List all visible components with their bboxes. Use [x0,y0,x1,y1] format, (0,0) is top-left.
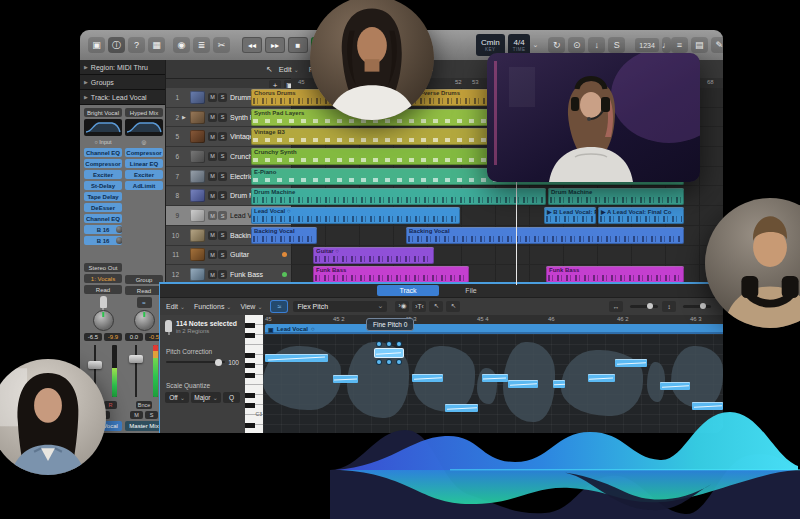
track-header-guitar[interactable]: 11MSGuitar [166,246,291,266]
inspector-icon[interactable]: ⓘ [108,37,125,53]
flex-pitch-note[interactable] [553,380,565,388]
piano-black-key[interactable] [245,333,255,338]
quick-help-icon[interactable]: ? [128,37,145,53]
solo-button[interactable]: S [218,132,227,141]
strip-button-r[interactable]: R [104,401,117,409]
flex-mode-select[interactable]: Flex Pitch ⌄ [293,301,387,312]
note-handles-top[interactable] [377,342,401,346]
send-knob[interactable] [116,237,122,244]
strip-button-s[interactable]: S [145,411,158,419]
flex-pitch-note[interactable] [412,374,443,382]
send-slot[interactable]: B 16 [84,225,122,234]
group-slot[interactable]: 1: Vocals [84,274,122,283]
fader-cap[interactable] [88,361,102,369]
note-handles-bottom[interactable] [377,360,401,364]
loop-browser-icon[interactable]: ✎ [711,37,723,53]
editor-menu-functions[interactable]: Functions ⌄ [194,303,231,310]
lcd-chevron-icon[interactable]: ⌄ [532,41,538,49]
flex-pitch-toggle-icon[interactable]: ›T‹ [412,301,426,312]
plugin-slot[interactable]: Channel EQ [84,214,122,223]
channel-fader[interactable] [125,343,163,399]
output-slot[interactable]: Stereo Out [84,263,122,272]
replace-icon[interactable]: ⊙ [568,37,585,53]
editor-region-header[interactable]: ▣ Lead Vocal ○ [265,324,723,334]
pan-knob[interactable] [134,310,155,331]
smart-controls-icon[interactable]: ◉ [173,37,190,53]
solo-button[interactable]: S [218,152,227,161]
catch-playhead-icon[interactable]: ›◉ [395,301,409,312]
piano-black-key[interactable] [245,363,255,368]
plugin-slot[interactable]: Tape Delay [84,192,122,201]
solo-button[interactable]: S [218,250,227,259]
secondary-tool-icon[interactable]: ↖ [446,301,460,312]
note-pads-icon[interactable]: ▤ [691,37,708,53]
library-icon[interactable]: ▣ [88,37,105,53]
plugin-slot[interactable]: Exciter [84,170,122,179]
flex-pitch-note[interactable] [445,404,478,412]
flex-pitch-note[interactable] [333,375,358,383]
pan-knob[interactable] [93,310,114,331]
track-lane[interactable]: Drum MachineDrum Machine [291,187,723,207]
track-inspector-row[interactable]: ▶ Track: Lead Vocal [80,90,165,105]
region-inspector-row[interactable]: ▶ Region: MIDI Thru [80,60,165,75]
piano-keys[interactable]: C3 [245,315,263,433]
mute-button[interactable]: M [208,93,217,102]
solo-button[interactable]: S [218,172,227,181]
automation-mode-button[interactable]: Read [84,285,122,294]
region-funk-bass[interactable]: Funk Bass [313,266,469,283]
region-drum-machine[interactable]: Drum Machine [251,188,546,205]
eq-display[interactable] [84,119,122,136]
mixer-icon[interactable]: ≣ [193,37,210,53]
piano-black-key[interactable] [245,403,255,408]
disclosure-icon[interactable]: ▶ [182,114,187,120]
solo-button[interactable]: S [218,113,227,122]
channel-setting-button[interactable]: Hyped Mix [125,108,163,117]
toolbar-icon[interactable]: ▦ [148,37,165,53]
tool-menu-icon[interactable]: ↖ [266,65,273,74]
flex-pitch-note[interactable] [482,374,508,382]
region-guitar-[interactable]: Guitar ○ [313,247,434,264]
piano-black-key[interactable] [245,373,255,378]
low-latency-icon[interactable]: S [608,37,625,53]
plugin-slot[interactable]: St-Delay [84,181,122,190]
automation-mode-button[interactable]: Read [125,286,163,295]
tab-track[interactable]: Track [377,285,439,296]
plugin-slot[interactable]: AdLimit [125,181,163,190]
mute-button[interactable]: M [208,211,217,220]
forward-button[interactable]: ▸▸ [265,37,285,53]
list-editors-icon[interactable]: ≡ [671,37,688,53]
piano-black-key[interactable] [245,353,255,358]
zoom-slider[interactable] [683,305,711,308]
metronome-icon[interactable]: ♩ [662,37,671,53]
tab-file[interactable]: File [440,285,502,296]
mute-button[interactable]: M [208,132,217,141]
cycle-icon[interactable]: ↻ [548,37,565,53]
count-in-button[interactable]: 1234 [635,38,659,52]
piano-black-key[interactable] [245,393,255,398]
strip-button-m[interactable]: M [130,411,143,419]
mute-button[interactable]: M [208,191,217,200]
piano-roll[interactable] [263,334,723,433]
plugin-slot[interactable]: DeEsser [84,203,122,212]
solo-button[interactable]: S [218,211,227,220]
editors-icon[interactable]: ✂ [213,37,230,53]
plugin-slot[interactable]: Exciter [125,170,163,179]
mute-button[interactable]: M [208,113,217,122]
stop-button[interactable]: ■ [288,37,308,53]
solo-button[interactable]: S [218,93,227,102]
record-enable-dot[interactable] [282,272,287,277]
flex-pitch-note[interactable] [375,349,403,357]
participant-video-main[interactable] [487,53,700,182]
flex-pitch-note[interactable] [615,359,647,367]
mute-button[interactable]: M [208,152,217,161]
send-knob[interactable] [116,226,122,233]
region-drum-machine[interactable]: Drum Machine [548,188,684,205]
participant-video-left[interactable] [0,359,106,475]
plugin-slot[interactable]: Channel EQ [84,148,122,157]
flex-pitch-note[interactable] [265,354,328,362]
editor-menu-edit[interactable]: Edit ⌄ [166,303,185,310]
plugin-slot[interactable]: Compressor [84,159,122,168]
flex-icon[interactable]: ≈ [271,301,287,312]
solo-button[interactable]: S [218,270,227,279]
flex-pitch-note[interactable] [508,380,538,388]
